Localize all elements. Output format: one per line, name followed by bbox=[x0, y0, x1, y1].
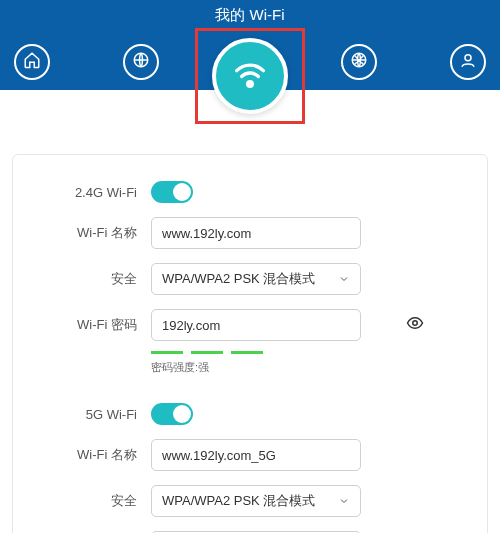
row-5g-toggle: 5G Wi-Fi bbox=[33, 403, 467, 425]
label-24g: 2.4G Wi-Fi bbox=[33, 185, 151, 200]
topbar: 我的 Wi-Fi bbox=[0, 0, 500, 90]
svg-point-3 bbox=[248, 82, 253, 87]
home-icon bbox=[23, 51, 41, 73]
globe-settings-icon bbox=[350, 51, 368, 73]
row-24g-password: Wi-Fi 密码 bbox=[33, 309, 467, 341]
strength-bar bbox=[191, 351, 223, 354]
nav-advanced[interactable] bbox=[341, 44, 377, 80]
nav-network[interactable] bbox=[123, 44, 159, 80]
nav-wifi-active[interactable] bbox=[212, 38, 288, 114]
input-24g-password[interactable] bbox=[151, 309, 361, 341]
eye-icon bbox=[406, 314, 424, 336]
chevron-down-icon bbox=[338, 273, 350, 285]
chevron-down-icon bbox=[338, 495, 350, 507]
row-24g-name: Wi-Fi 名称 bbox=[33, 217, 467, 249]
strength-bar bbox=[151, 351, 183, 354]
wifi-settings-panel: 2.4G Wi-Fi Wi-Fi 名称 安全 WPA/WPA2 PSK 混合模式… bbox=[12, 154, 488, 533]
nav-user[interactable] bbox=[450, 44, 486, 80]
row-24g-strength: 密码强度:强 bbox=[33, 345, 467, 375]
select-24g-security[interactable]: WPA/WPA2 PSK 混合模式 bbox=[151, 263, 361, 295]
globe-icon bbox=[132, 51, 150, 73]
input-5g-name[interactable] bbox=[151, 439, 361, 471]
label-24g-security: 安全 bbox=[33, 270, 151, 288]
user-icon bbox=[459, 51, 477, 73]
password-strength-label: 密码强度:强 bbox=[151, 360, 467, 375]
toggle-24g[interactable] bbox=[151, 181, 193, 203]
row-24g-security: 安全 WPA/WPA2 PSK 混合模式 bbox=[33, 263, 467, 295]
toggle-5g[interactable] bbox=[151, 403, 193, 425]
password-strength-meter bbox=[151, 351, 467, 354]
svg-point-4 bbox=[413, 321, 418, 326]
row-5g-name: Wi-Fi 名称 bbox=[33, 439, 467, 471]
row-24g-toggle: 2.4G Wi-Fi bbox=[33, 181, 467, 203]
label-24g-name: Wi-Fi 名称 bbox=[33, 224, 151, 242]
wifi-icon bbox=[230, 54, 270, 98]
row-5g-security: 安全 WPA/WPA2 PSK 混合模式 bbox=[33, 485, 467, 517]
label-5g-name: Wi-Fi 名称 bbox=[33, 446, 151, 464]
select-5g-security-value: WPA/WPA2 PSK 混合模式 bbox=[162, 492, 315, 510]
label-5g: 5G Wi-Fi bbox=[33, 407, 151, 422]
active-tab-highlight bbox=[195, 28, 305, 124]
page-title: 我的 Wi-Fi bbox=[0, 6, 500, 25]
select-24g-security-value: WPA/WPA2 PSK 混合模式 bbox=[162, 270, 315, 288]
label-24g-password: Wi-Fi 密码 bbox=[33, 316, 151, 334]
strength-bar bbox=[231, 351, 263, 354]
nav-home[interactable] bbox=[14, 44, 50, 80]
svg-point-2 bbox=[465, 55, 471, 61]
select-5g-security[interactable]: WPA/WPA2 PSK 混合模式 bbox=[151, 485, 361, 517]
label-5g-security: 安全 bbox=[33, 492, 151, 510]
input-24g-name[interactable] bbox=[151, 217, 361, 249]
toggle-password-visibility-24g[interactable] bbox=[405, 315, 425, 335]
